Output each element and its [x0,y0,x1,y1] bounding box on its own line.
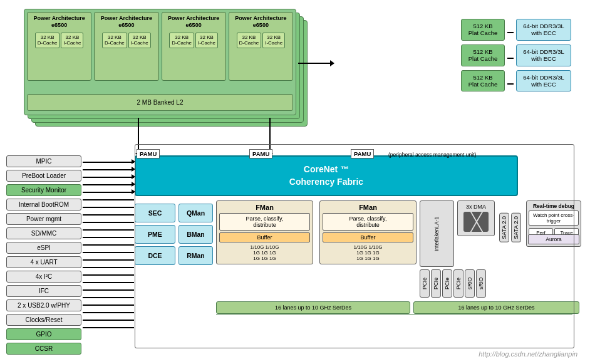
pamu-label-3: PAMU [351,149,374,159]
fman2-title: FMan [323,204,413,211]
pcie-box-1: PCIe [420,269,430,298]
fman1-parse: Parse, classify,distribute [219,213,310,231]
sata-box-2: SATA 2.0 [511,213,521,242]
qman-box: QMan [179,204,213,222]
serdes-bar-2: 16 lanes up to 10 GHz SerDes [413,301,579,314]
diagram: Power Architecturee6500 32 KBD-Cache 32 … [0,0,590,364]
sidebar-espi: eSPI [6,242,81,254]
ddr-plat-2: 512 KBPlat Cache [461,44,505,66]
pamu-label-1: PAMU [137,149,160,159]
cpu-unit-2: Power Architecturee6500 32 KBD-Cache 32 … [94,12,158,81]
corenet-subtitle: Coherency Fabric [289,176,363,189]
sidebar-gpio: GPIO [6,328,81,340]
ddr-mem-3: 64-bit DDR3/3Lwith ECC [516,70,571,92]
pme-box: PME [135,225,175,244]
sidebar-usb: 2 x USB2.0 w/PHY [6,299,81,311]
aurora-box: Aurora [528,234,579,244]
pcie-box-2: PCIe [431,269,441,298]
sidebar-ccsr: CCSR [6,343,81,355]
sidebar-security-monitor: Security Monitor [6,184,81,196]
realtime-debug-box: Real-time debug Watch point cross- trigg… [526,200,581,247]
left-sidebar: MPIC PreBoot Loader Security Monitor Int… [6,155,81,355]
sidebar-power-mgmt: Power mgmt [6,213,81,225]
srio-box-2: sRIO [476,269,486,298]
ddr-plat-1: 512 KBPlat Cache [461,19,505,41]
sidebar-bootrom: Internal BootROM [6,199,81,211]
realtime-title: Real-time debug [529,203,579,209]
fman2-parse: Parse, classify,distribute [323,213,413,231]
watchpoint-box: Watch point cross- trigger [529,211,579,226]
fman1-buffer: Buffer [219,232,310,242]
fman1-title: FMan [219,204,310,211]
serdes1-label: 16 lanes up to 10 GHz SerDes [275,304,351,311]
fman2-buffer: Buffer [323,232,413,242]
interlaken-box: InterlakenLA-1 [420,200,454,267]
fman2-container: FMan Parse, classify,distribute Buffer 1… [319,200,417,264]
sidebar-clocks: Clocks/Reset [6,314,81,326]
pamu-desc: (peripheral access management unit) [388,152,476,158]
corenet-fabric: CoreNet ™ Coherency Fabric [135,155,518,196]
sidebar-mpic: MPIC [6,155,81,167]
sec-pme-dce-area: SEC PME DCE [135,204,175,265]
pamu-label-2: PAMU [249,149,272,159]
cpu-unit-4: Power Architecturee6500 32 KBD-Cache 32 … [229,12,293,81]
l2-cache-bar: 2 MB Banked L2 [27,94,293,111]
corenet-title: CoreNet ™ [304,164,349,176]
fman1-container: FMan Parse, classify,distribute Buffer 1… [216,200,313,264]
ddr-mem-1: 64-bit DDR3/3Lwith ECC [516,19,571,41]
sidebar-preboot: PreBoot Loader [6,170,81,182]
qbr-area: QMan BMan RMan [179,204,213,265]
ddr-area: 512 KBPlat Cache 64-bit DDR3/3Lwith ECC … [461,19,571,91]
pcie-box-4: PCIe [453,269,463,298]
serdes2-label: 16 lanes up to 10 GHz SerDes [458,304,534,311]
dce-box: DCE [135,246,175,265]
ddr-mem-2: 64-bit DDR3/3Lwith ECC [516,44,571,66]
ddr-plat-3: 512 KBPlat Cache [461,70,505,92]
sidebar-uart: 4 x UART [6,256,81,268]
sidebar-ifc: IFC [6,285,81,297]
dma-box: 3x DMA [457,200,495,236]
serdes-bar-1: 16 lanes up to 10 GHz SerDes [216,301,410,314]
cpu-unit-3: Power Architecturee6500 32 KBD-Cache 32 … [162,12,226,81]
cpu-unit-1: Power Architecturee6500 32 KBD-Cache 32 … [27,12,91,81]
bman-box: BMan [179,225,213,244]
watermark: http://blog.csdn.net/zhanglianpin [479,350,577,358]
sata-area: SATA 2.0 SATA 2.0 [499,213,521,242]
rman-box: RMan [179,246,213,265]
sec-box: SEC [135,204,175,222]
pcie-srio-row: PCIe PCIe PCIe PCIe sRIO sRIO [420,269,486,298]
pcie-box-3: PCIe [442,269,452,298]
sidebar-sdmmc: SD/MMC [6,227,81,239]
sidebar-i2c: 4x I²C [6,271,81,283]
srio-box-1: sRIO [465,269,475,298]
sata-box-1: SATA 2.0 [499,213,509,242]
